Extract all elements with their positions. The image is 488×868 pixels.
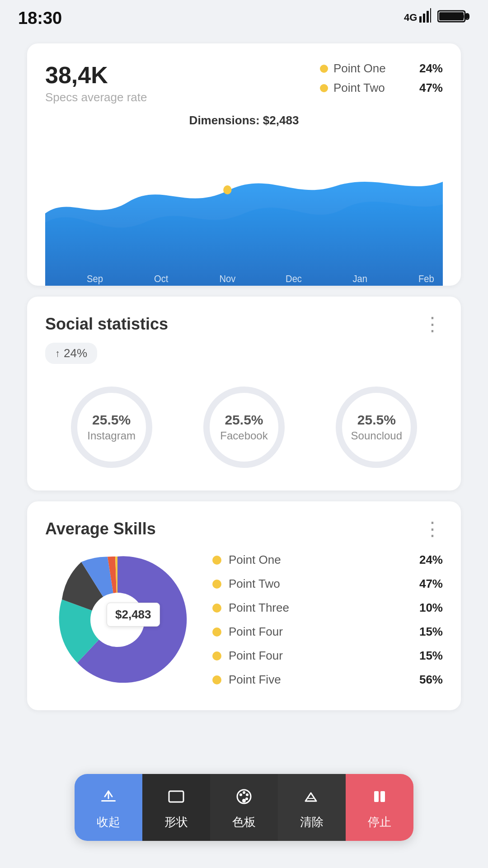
skills-legend-item-4: Point Four 15% [212,649,443,663]
shape-label: 形状 [164,814,188,830]
clear-label: 清除 [300,814,324,830]
skills-legend-item-5: Point Five 56% [212,673,443,687]
skills-legend-item-2: Point Three 10% [212,601,443,615]
legend-dot-2 [320,84,328,92]
skills-content: $2,483 Point One 24% Point Two 47% Point… [45,547,443,692]
skills-dot-4 [212,651,221,660]
skills-pct-3: 15% [419,625,443,639]
toolbar-btn-stop[interactable]: 停止 [346,774,413,841]
skills-title: Average Skills [45,519,156,538]
skills-dot-0 [212,556,221,565]
palette-icon [234,787,254,810]
svg-point-9 [223,185,231,194]
legend-label-1: Point One [333,61,406,75]
chart-legend: Point One 24% Point Two 47% [320,61,443,95]
toolbar-btn-palette[interactable]: 色板 [210,774,278,841]
chart-header: 38,4K Specs average rate Point One 24% P… [45,61,443,104]
toolbar-btn-shape[interactable]: 形状 [142,774,210,841]
badge-arrow-icon: ↑ [55,348,60,359]
svg-rect-2 [423,14,425,23]
svg-text:Feb: Feb [418,273,434,284]
bottom-toolbar: 收起 形状 色板 清除 [75,774,413,841]
circle-ring-instagram: 25.5% Instagram [71,387,152,468]
legend-label-2: Point Two [333,81,406,95]
skills-dot-3 [212,627,221,637]
circle-name-soundcloud: Souncloud [351,429,402,442]
svg-text:4G: 4G [404,12,417,23]
circle-instagram: 25.5% Instagram [71,387,152,468]
svg-point-22 [243,791,245,794]
pie-tooltip: $2,483 [107,603,160,627]
battery-icon: 100 [437,8,470,28]
social-title: Social statistics [45,315,168,334]
skills-legend-item-1: Point Two 47% [212,577,443,591]
skills-pct-2: 10% [419,601,443,615]
chart-title-section: 38,4K Specs average rate [45,61,147,104]
svg-rect-3 [427,11,429,23]
skills-more-button[interactable]: ⋮ [423,519,443,538]
legend-item-2: Point Two 47% [320,81,443,95]
palette-label: 色板 [232,814,256,830]
svg-point-25 [242,799,246,802]
chart-card: 38,4K Specs average rate Point One 24% P… [27,43,461,286]
circle-name-facebook: Facebook [220,429,267,442]
skills-label-1: Point Two [229,577,412,591]
svg-rect-1 [419,16,422,23]
circle-soundcloud: 25.5% Souncloud [336,387,417,468]
collapse-label: 收起 [97,814,120,830]
toolbar-btn-collapse[interactable]: 收起 [75,774,142,841]
skills-legend-item-0: Point One 24% [212,553,443,567]
collapse-icon [99,787,118,810]
dimensions-label: Dimensions: $2,483 [45,113,443,127]
stop-icon [370,787,389,810]
skills-legend-item-3: Point Four 15% [212,625,443,639]
svg-text:100: 100 [453,11,470,22]
svg-rect-27 [380,791,385,802]
skills-dot-2 [212,604,221,613]
stop-label: 停止 [368,814,391,830]
svg-point-21 [239,793,242,796]
chart-subtitle: Specs average rate [45,90,147,104]
svg-rect-19 [169,791,183,802]
social-header: Social statistics ⋮ [45,315,443,334]
skills-pct-1: 47% [419,577,443,591]
svg-rect-17 [101,800,116,802]
svg-point-24 [245,797,248,800]
skills-dot-1 [212,580,221,589]
social-badge: ↑ 24% [45,343,97,364]
svg-text:Nov: Nov [219,273,235,284]
skills-label-2: Point Three [229,601,412,615]
skills-pct-4: 15% [419,649,443,663]
social-circles-row: 25.5% Instagram 25.5% Facebook 25.5% Sou… [45,377,443,472]
toolbar-btn-clear[interactable]: 清除 [278,774,346,841]
circle-ring-soundcloud: 25.5% Souncloud [336,387,417,468]
svg-text:Dec: Dec [286,273,302,284]
svg-point-23 [246,793,249,796]
circle-pct-soundcloud: 25.5% [357,412,396,428]
social-more-button[interactable]: ⋮ [423,315,443,334]
status-time: 18:30 [18,9,62,28]
svg-text:Sep: Sep [87,273,103,284]
skills-pct-0: 24% [419,553,443,567]
skills-label-4: Point Four [229,649,412,663]
skills-dot-5 [212,675,221,684]
skills-pct-5: 56% [419,673,443,687]
pie-tooltip-value: $2,483 [115,608,151,621]
svg-text:Jan: Jan [352,273,367,284]
clear-icon [302,787,322,810]
circle-pct-facebook: 25.5% [225,412,263,428]
skills-label-3: Point Four [229,625,412,639]
social-card: Social statistics ⋮ ↑ 24% 25.5% Instagra… [27,297,461,491]
signal-icon: 4G [404,8,431,28]
circle-facebook: 25.5% Facebook [203,387,285,468]
legend-pct-1: 24% [411,61,443,75]
wave-chart: Sep Oct Nov Dec Jan Feb [45,132,443,286]
shape-icon [166,787,186,810]
pie-chart: $2,483 [45,547,199,692]
svg-rect-26 [374,791,379,802]
svg-text:Oct: Oct [154,273,168,284]
circle-ring-facebook: 25.5% Facebook [203,387,285,468]
circle-name-instagram: Instagram [87,429,136,442]
badge-value: 24% [64,346,87,360]
circle-pct-instagram: 25.5% [92,412,131,428]
